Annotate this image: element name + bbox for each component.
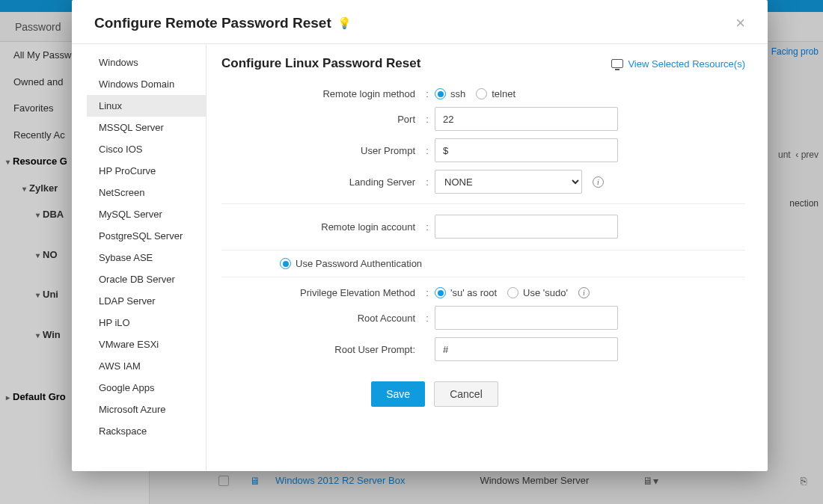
form-area: Configure Linux Password Reset View Sele…: [206, 44, 768, 471]
hint-icon[interactable]: 💡: [337, 16, 352, 30]
type-item-microsoft-azure[interactable]: Microsoft Azure: [87, 399, 206, 420]
type-item-aws-iam[interactable]: AWS IAM: [87, 355, 206, 377]
type-item-mysql-server[interactable]: MySQL Server: [87, 203, 206, 225]
type-item-windows-domain[interactable]: Windows Domain: [87, 73, 206, 95]
type-item-google-apps[interactable]: Google Apps: [87, 377, 206, 399]
type-item-hp-procurve[interactable]: HP ProCurve: [87, 160, 206, 182]
label-landing-server: Landing Server: [221, 176, 420, 188]
radio-use-sudo[interactable]: Use 'sudo': [507, 287, 568, 298]
user-prompt-input[interactable]: [435, 138, 618, 162]
modal-configure-reset: Configure Remote Password Reset 💡 × Wind…: [72, 0, 768, 471]
radio-su-root[interactable]: 'su' as root: [435, 287, 497, 298]
close-icon[interactable]: ×: [735, 15, 745, 31]
remote-login-account-input[interactable]: [435, 215, 618, 239]
type-item-netscreen[interactable]: NetScreen: [87, 182, 206, 203]
save-button[interactable]: Save: [371, 381, 425, 407]
monitor-icon: [611, 59, 623, 68]
info-icon[interactable]: i: [593, 176, 604, 188]
modal-title: Configure Remote Password Reset: [94, 15, 331, 31]
root-account-input[interactable]: [435, 306, 618, 330]
label-user-prompt: User Prompt: [221, 145, 420, 156]
type-item-cisco-ios[interactable]: Cisco IOS: [87, 138, 206, 160]
type-item-vmware-esxi[interactable]: VMware ESXi: [87, 334, 206, 355]
type-item-sybase-ase[interactable]: Sybase ASE: [87, 247, 206, 268]
view-selected-link[interactable]: View Selected Resource(s): [611, 58, 745, 70]
info-icon[interactable]: i: [578, 287, 590, 298]
label-remote-login-method: Remote login method: [221, 88, 420, 99]
label-remote-login-account: Remote login account: [221, 221, 420, 233]
type-item-oracle-db-server[interactable]: Oracle DB Server: [87, 268, 206, 290]
type-item-linux[interactable]: Linux: [87, 95, 206, 117]
type-item-hp-ilo[interactable]: HP iLO: [87, 312, 206, 334]
cancel-button[interactable]: Cancel: [434, 381, 498, 407]
label-root-account: Root Account: [221, 313, 420, 324]
type-item-rackspace[interactable]: Rackspace: [87, 420, 206, 442]
label-port: Port: [221, 114, 420, 125]
form-title: Configure Linux Password Reset: [221, 56, 420, 71]
modal-header: Configure Remote Password Reset 💡 ×: [72, 0, 768, 44]
type-item-postgresql-server[interactable]: PostgreSQL Server: [87, 225, 206, 247]
label-privilege-elevation: Privilege Elevation Method: [221, 287, 420, 298]
radio-telnet[interactable]: telnet: [476, 88, 515, 99]
radio-use-password-auth[interactable]: Use Password Authentication: [280, 258, 422, 269]
resource-type-list: WindowsWindows DomainLinuxMSSQL ServerCi…: [87, 44, 206, 471]
type-item-windows[interactable]: Windows: [87, 52, 206, 73]
label-root-user-prompt: Root User Prompt:: [221, 344, 420, 355]
port-input[interactable]: [435, 107, 618, 131]
root-user-prompt-input[interactable]: [435, 337, 618, 361]
type-item-mssql-server[interactable]: MSSQL Server: [87, 117, 206, 138]
type-item-ldap-server[interactable]: LDAP Server: [87, 290, 206, 312]
landing-server-select[interactable]: NONE: [435, 170, 582, 194]
radio-ssh[interactable]: ssh: [435, 88, 465, 99]
